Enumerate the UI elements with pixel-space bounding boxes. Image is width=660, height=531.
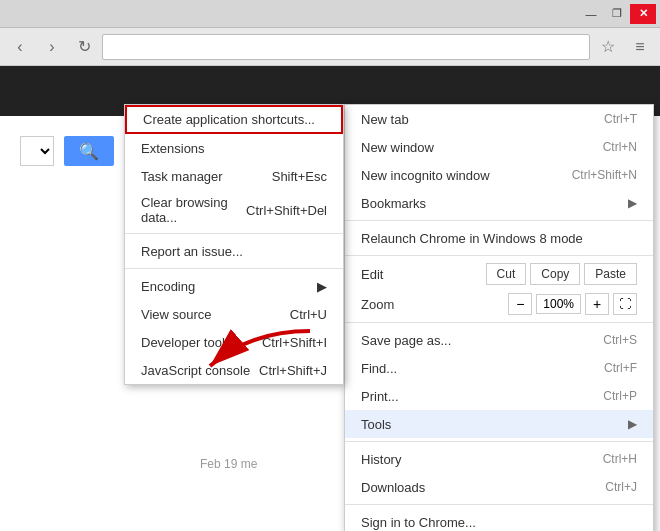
minimize-button[interactable]: — <box>578 4 604 24</box>
menu-item-find[interactable]: Find... Ctrl+F <box>345 354 653 382</box>
page-content: 🔍 Take our s OWNER Feb 19 me New tab Ctr… <box>0 66 660 531</box>
menu-label-new-window: New window <box>361 140 434 155</box>
menu-label-find: Find... <box>361 361 397 376</box>
chrome-menu-button[interactable]: ≡ <box>626 33 654 61</box>
shortcut-downloads: Ctrl+J <box>605 480 637 494</box>
restore-button[interactable]: ❐ <box>604 4 630 24</box>
shortcut-task-manager: Shift+Esc <box>272 169 327 184</box>
menu-item-downloads[interactable]: Downloads Ctrl+J <box>345 473 653 501</box>
menu-label-save: Save page as... <box>361 333 451 348</box>
menu-item-print[interactable]: Print... Ctrl+P <box>345 382 653 410</box>
tools-item-encoding[interactable]: Encoding ▶ <box>125 272 343 300</box>
tools-item-devtools[interactable]: Developer tools Ctrl+Shift+I <box>125 328 343 356</box>
menu-label-downloads: Downloads <box>361 480 425 495</box>
shortcut-clear-data: Ctrl+Shift+Del <box>246 203 327 218</box>
close-button[interactable]: ✕ <box>630 4 656 24</box>
separator-1 <box>345 220 653 221</box>
tools-label-clear-data: Clear browsing data... <box>141 195 246 225</box>
tools-item-js-console[interactable]: JavaScript console Ctrl+Shift+J <box>125 356 343 384</box>
tools-label-report-issue: Report an issue... <box>141 244 243 259</box>
tools-label-js-console: JavaScript console <box>141 363 250 378</box>
zoom-label: Zoom <box>361 297 504 312</box>
menu-item-tools[interactable]: Tools ▶ <box>345 410 653 438</box>
copy-button[interactable]: Copy <box>530 263 580 285</box>
arrow-tools: ▶ <box>628 417 637 431</box>
menu-label-incognito: New incognito window <box>361 168 490 183</box>
shortcut-find: Ctrl+F <box>604 361 637 375</box>
tools-label-create-shortcuts: Create application shortcuts... <box>143 112 315 127</box>
shortcut-new-window: Ctrl+N <box>603 140 637 154</box>
tools-label-extensions: Extensions <box>141 141 205 156</box>
menu-item-signin[interactable]: Sign in to Chrome... <box>345 508 653 531</box>
search-button[interactable]: 🔍 <box>64 136 114 166</box>
zoom-plus-button[interactable]: + <box>585 293 609 315</box>
tools-separator-1 <box>125 233 343 234</box>
shortcut-history: Ctrl+H <box>603 452 637 466</box>
tools-submenu: Create application shortcuts... Extensio… <box>124 104 344 385</box>
shortcut-devtools: Ctrl+Shift+I <box>262 335 327 350</box>
tools-item-task-manager[interactable]: Task manager Shift+Esc <box>125 162 343 190</box>
arrow-encoding: ▶ <box>317 279 327 294</box>
separator-2 <box>345 255 653 256</box>
menu-item-incognito[interactable]: New incognito window Ctrl+Shift+N <box>345 161 653 189</box>
tools-label-devtools: Developer tools <box>141 335 231 350</box>
menu-item-new-window[interactable]: New window Ctrl+N <box>345 133 653 161</box>
refresh-button[interactable]: ↻ <box>70 33 98 61</box>
tools-item-report-issue[interactable]: Report an issue... <box>125 237 343 265</box>
tools-item-create-shortcuts[interactable]: Create application shortcuts... <box>125 105 343 134</box>
menu-item-bookmarks[interactable]: Bookmarks ▶ <box>345 189 653 217</box>
edit-label: Edit <box>361 267 482 282</box>
zoom-row: Zoom − 100% + ⛶ <box>345 289 653 319</box>
menu-item-history[interactable]: History Ctrl+H <box>345 445 653 473</box>
separator-4 <box>345 441 653 442</box>
search-dropdown[interactable] <box>20 136 54 166</box>
menu-label-relaunch: Relaunch Chrome in Windows 8 mode <box>361 231 583 246</box>
shortcut-incognito: Ctrl+Shift+N <box>572 168 637 182</box>
menu-item-relaunch[interactable]: Relaunch Chrome in Windows 8 mode <box>345 224 653 252</box>
edit-row: Edit Cut Copy Paste <box>345 259 653 289</box>
tools-separator-2 <box>125 268 343 269</box>
menu-label-history: History <box>361 452 401 467</box>
search-icon: 🔍 <box>79 142 99 161</box>
tools-item-view-source[interactable]: View source Ctrl+U <box>125 300 343 328</box>
shortcut-new-tab: Ctrl+T <box>604 112 637 126</box>
bookmark-star-button[interactable]: ☆ <box>594 33 622 61</box>
menu-label-print: Print... <box>361 389 399 404</box>
tools-item-clear-data[interactable]: Clear browsing data... Ctrl+Shift+Del <box>125 190 343 230</box>
tools-label-task-manager: Task manager <box>141 169 223 184</box>
menu-label-tools: Tools <box>361 417 391 432</box>
browser-toolbar: ‹ › ↻ ☆ ≡ <box>0 28 660 66</box>
zoom-minus-button[interactable]: − <box>508 293 532 315</box>
menu-label-signin: Sign in to Chrome... <box>361 515 476 530</box>
titlebar: — ❐ ✕ <box>0 0 660 28</box>
paste-button[interactable]: Paste <box>584 263 637 285</box>
arrow-bookmarks: ▶ <box>628 196 637 210</box>
feb-date: Feb 19 me <box>200 457 257 471</box>
separator-5 <box>345 504 653 505</box>
toolbar-right: ☆ ≡ <box>594 33 654 61</box>
menu-label-new-tab: New tab <box>361 112 409 127</box>
tools-item-extensions[interactable]: Extensions <box>125 134 343 162</box>
shortcut-print: Ctrl+P <box>603 389 637 403</box>
menu-item-save[interactable]: Save page as... Ctrl+S <box>345 326 653 354</box>
cut-button[interactable]: Cut <box>486 263 527 285</box>
menu-label-bookmarks: Bookmarks <box>361 196 426 211</box>
tools-label-encoding: Encoding <box>141 279 195 294</box>
address-bar[interactable] <box>102 34 590 60</box>
back-button[interactable]: ‹ <box>6 33 34 61</box>
chrome-menu: New tab Ctrl+T New window Ctrl+N New inc… <box>344 104 654 531</box>
zoom-fullscreen-button[interactable]: ⛶ <box>613 293 637 315</box>
forward-button[interactable]: › <box>38 33 66 61</box>
menu-item-new-tab[interactable]: New tab Ctrl+T <box>345 105 653 133</box>
shortcut-save: Ctrl+S <box>603 333 637 347</box>
separator-3 <box>345 322 653 323</box>
shortcut-js-console: Ctrl+Shift+J <box>259 363 327 378</box>
tools-label-view-source: View source <box>141 307 212 322</box>
zoom-value: 100% <box>536 294 581 314</box>
shortcut-view-source: Ctrl+U <box>290 307 327 322</box>
